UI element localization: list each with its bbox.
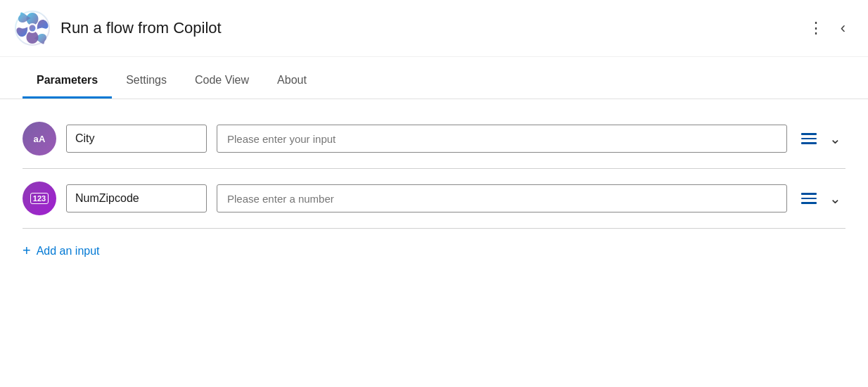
city-expand-button[interactable]: ⌄: [825, 127, 845, 150]
more-options-button[interactable]: ⋮: [803, 13, 829, 43]
app-logo: [14, 10, 51, 46]
tab-about[interactable]: About: [263, 63, 321, 99]
type-badge-number: 123: [23, 182, 56, 215]
numzipcode-expand-button[interactable]: ⌄: [825, 187, 845, 210]
add-input-label: Add an input: [37, 245, 100, 258]
header-left: Run a flow from Copilot: [14, 10, 222, 46]
tab-parameters[interactable]: Parameters: [23, 63, 112, 99]
numzipcode-row-actions: ⌄: [797, 187, 845, 210]
number-type-label: 123: [30, 193, 49, 204]
chevron-left-icon: ‹: [841, 19, 845, 37]
plus-icon: +: [23, 243, 31, 259]
numzipcode-name-input[interactable]: [66, 184, 207, 212]
text-type-label: aA: [33, 134, 45, 144]
header: Run a flow from Copilot ⋮ ‹: [0, 0, 868, 57]
city-row-actions: ⌄: [797, 127, 845, 150]
svg-point-2: [30, 25, 36, 32]
city-menu-icon[interactable]: [797, 130, 821, 147]
input-row-numzipcode: 123 ⌄: [23, 169, 845, 229]
content-area: aA ⌄ 123 ⌄ + Add: [0, 99, 868, 276]
tab-code-view[interactable]: Code View: [181, 63, 263, 99]
city-value-input[interactable]: [217, 125, 787, 153]
numzipcode-menu-icon[interactable]: [797, 190, 821, 207]
add-input-button[interactable]: + Add an input: [23, 229, 100, 259]
tabs-bar: Parameters Settings Code View About: [0, 63, 868, 99]
input-row-city: aA ⌄: [23, 119, 845, 169]
city-name-input[interactable]: [66, 125, 207, 153]
collapse-button[interactable]: ‹: [835, 13, 851, 43]
page-title: Run a flow from Copilot: [60, 19, 222, 37]
header-actions: ⋮ ‹: [803, 13, 851, 43]
more-vertical-icon: ⋮: [808, 19, 824, 37]
type-badge-text: aA: [23, 122, 56, 156]
numzipcode-value-input[interactable]: [217, 184, 787, 212]
tab-settings[interactable]: Settings: [112, 63, 181, 99]
